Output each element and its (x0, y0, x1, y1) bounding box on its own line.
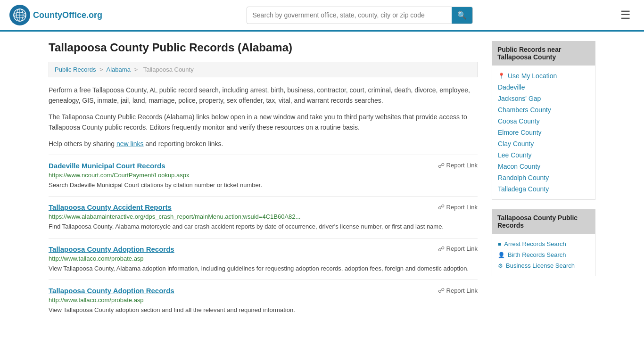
record-url[interactable]: http://www.tallaco.com/probate.asp (49, 296, 478, 304)
report-icon: ☍ (438, 203, 445, 211)
desc-para-3: Help others by sharing new links and rep… (49, 139, 478, 149)
sidebar-nearby-body: 📍 Use My Location DadevilleJacksons' Gap… (492, 66, 595, 200)
report-link[interactable]: ☍ Report Link (438, 245, 478, 253)
breadcrumb: Public Records > Alabama > Tallapoosa Co… (49, 62, 478, 77)
record-url[interactable]: http://www.tallaco.com/probate.asp (49, 255, 478, 262)
record-item: Tallapoosa County Adoption Records ☍ Rep… (49, 238, 478, 280)
record-url[interactable]: https://www.alabamainteractive.org/dps_c… (49, 213, 478, 220)
sidebar-nearby-link[interactable]: Dadeville (498, 82, 589, 93)
sidebar-nearby-section: Public Records near Tallapoosa County 📍 … (492, 41, 595, 200)
description-block: Perform a free Tallapoosa County, AL pub… (49, 85, 478, 149)
logo-suffix: .org (86, 10, 102, 20)
record-desc: Search Dadeville Municipal Court citatio… (49, 181, 478, 190)
record-desc: Find Tallapoosa County, Alabama motorcyc… (49, 222, 478, 231)
desc-para-1: Perform a free Tallapoosa County, AL pub… (49, 85, 478, 106)
sidebar-public-body: ■Arrest Records Search👤Birth Records Sea… (492, 234, 595, 276)
sidebar-nearby-link[interactable]: Talladega County (498, 183, 589, 195)
logo-text: CountyOffice.org (33, 10, 102, 20)
main-container: Tallapoosa County Public Records (Alabam… (39, 32, 605, 331)
page-title: Tallapoosa County Public Records (Alabam… (49, 41, 478, 54)
records-list: Dadeville Municipal Court Records ☍ Repo… (49, 155, 478, 321)
sidebar-nearby-link[interactable]: Macon County (498, 161, 589, 172)
record-desc: View Tallapoosa County adoption section … (49, 305, 478, 315)
record-title[interactable]: Tallapoosa County Accident Reports (49, 203, 172, 211)
location-pin-icon: 📍 (498, 73, 505, 79)
sidebar-nearby-link[interactable]: Clay County (498, 138, 589, 149)
record-item: Dadeville Municipal Court Records ☍ Repo… (49, 155, 478, 197)
public-records-links: ■Arrest Records Search👤Birth Records Sea… (498, 239, 589, 271)
search-button[interactable]: 🔍 (452, 7, 472, 24)
sidebar-nearby-link[interactable]: Lee County (498, 149, 589, 161)
record-title[interactable]: Tallapoosa County Adoption Records (49, 287, 174, 295)
new-links[interactable]: new links (116, 140, 144, 148)
record-item: Tallapoosa County Accident Reports ☍ Rep… (49, 196, 478, 238)
report-icon: ☍ (438, 245, 445, 253)
breadcrumb-current: Tallapoosa County (143, 66, 194, 73)
breadcrumb-alabama[interactable]: Alabama (107, 66, 131, 73)
search-input[interactable] (247, 8, 452, 23)
content-area: Tallapoosa County Public Records (Alabam… (49, 41, 478, 321)
report-link[interactable]: ☍ Report Link (438, 203, 478, 211)
record-url[interactable]: https://www.ncourt.com/CourtPayment/Look… (49, 172, 478, 179)
record-title[interactable]: Dadeville Municipal Court Records (49, 162, 165, 170)
desc-para-2: The Tallapoosa County Public Records (Al… (49, 112, 478, 133)
search-bar: 🔍 (247, 7, 473, 24)
sidebar-nearby-link[interactable]: Elmore County (498, 127, 589, 138)
sidebar-nearby-link[interactable]: Randolph County (498, 172, 589, 183)
sidebar-public-link[interactable]: ⚙Business License Search (498, 260, 589, 271)
pub-link-icon: 👤 (498, 252, 505, 258)
report-link[interactable]: ☍ Report Link (438, 287, 478, 294)
breadcrumb-public-records[interactable]: Public Records (55, 66, 96, 73)
report-icon: ☍ (438, 162, 445, 169)
header: CountyOffice.org 🔍 ☰ (0, 0, 644, 32)
use-my-location[interactable]: 📍 Use My Location (498, 70, 589, 82)
sidebar-public-link[interactable]: ■Arrest Records Search (498, 239, 589, 249)
record-desc: View Tallapoosa County, Alabama adoption… (49, 264, 478, 273)
record-title[interactable]: Tallapoosa County Adoption Records (49, 245, 174, 253)
sidebar-public-header: Tallapoosa County Public Records (492, 209, 595, 234)
report-link[interactable]: ☍ Report Link (438, 162, 478, 169)
sidebar-nearby-link[interactable]: Jacksons' Gap (498, 93, 589, 104)
hamburger-menu[interactable]: ☰ (617, 7, 635, 24)
sidebar-public-link[interactable]: 👤Birth Records Search (498, 249, 589, 260)
report-icon: ☍ (438, 287, 445, 294)
logo-area: CountyOffice.org (9, 5, 102, 25)
logo-name: CountyOffice (33, 10, 86, 20)
sidebar-nearby-header: Public Records near Tallapoosa County (492, 41, 595, 66)
logo-icon (9, 5, 30, 25)
sidebar: Public Records near Tallapoosa County 📍 … (492, 41, 595, 321)
record-item: Tallapoosa County Adoption Records ☍ Rep… (49, 280, 478, 321)
nearby-links: DadevilleJacksons' GapChambers CountyCoo… (498, 82, 589, 195)
sidebar-public-section: Tallapoosa County Public Records ■Arrest… (492, 209, 595, 276)
sidebar-nearby-link[interactable]: Coosa County (498, 115, 589, 127)
pub-link-icon: ⚙ (498, 263, 503, 269)
pub-link-icon: ■ (498, 241, 501, 247)
sidebar-nearby-link[interactable]: Chambers County (498, 104, 589, 115)
